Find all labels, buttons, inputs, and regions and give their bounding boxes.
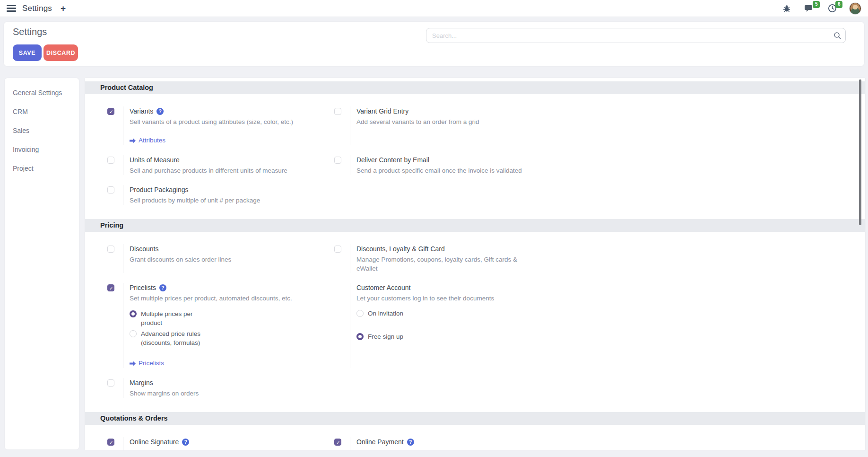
arrow-right-icon (130, 361, 136, 366)
help-icon[interactable]: ? (407, 439, 414, 446)
units-of-measure-desc: Sell and purchase products in different … (130, 166, 287, 175)
setting-product-packagings: Product Packagings Sell products by mult… (107, 185, 334, 205)
setting-margins: Margins Show margins on orders (107, 378, 334, 398)
discounts-desc: Grant discounts on sales order lines (130, 255, 231, 264)
radio-on-invitation[interactable]: On invitation (356, 309, 494, 318)
margins-desc: Show margins on orders (130, 389, 199, 398)
deliver-content-by-email-desc: Send a product-specific email once the i… (356, 166, 522, 175)
messages-badge: 5 (813, 1, 820, 8)
variants-desc: Sell variants of a product using attribu… (130, 117, 293, 126)
section-header-quotations-orders: Quotations & Orders (85, 412, 865, 425)
setting-variants: Variants ? Sell variants of a product us… (107, 106, 334, 145)
product-packagings-label: Product Packagings (130, 185, 189, 195)
setting-variant-grid-entry: Variant Grid Entry Add several variants … (334, 106, 865, 145)
variants-checkbox[interactable] (107, 108, 114, 115)
help-icon[interactable]: ? (182, 439, 189, 446)
user-avatar[interactable] (849, 2, 861, 15)
discard-button[interactable]: DISCARD (43, 44, 78, 61)
setting-discounts-loyalty-gift-card: Discounts, Loyalty & Gift Card Manage Pr… (334, 244, 865, 273)
sidebar-item-sales[interactable]: Sales (5, 121, 79, 140)
radio-multiple-prices-label: Multiple prices per product (141, 309, 205, 327)
units-of-measure-checkbox[interactable] (107, 157, 114, 164)
discounts-checkbox[interactable] (107, 246, 114, 253)
radio-button[interactable] (356, 333, 364, 340)
online-signature-label: Online Signature (130, 437, 179, 447)
setting-units-of-measure: Units of Measure Sell and purchase produ… (107, 155, 334, 175)
vertical-scrollbar[interactable] (859, 79, 861, 225)
radio-free-sign-up-label: Free sign up (368, 332, 403, 341)
sidebar-item-invoicing[interactable]: Invoicing (5, 140, 79, 159)
setting-customer-account: Customer Account Let your customers log … (334, 283, 865, 368)
debug-bug-icon[interactable] (781, 3, 792, 14)
sidebar-item-project[interactable]: Project (5, 159, 79, 178)
radio-multiple-prices[interactable]: Multiple prices per product (130, 309, 292, 327)
activities-button[interactable]: 6 (826, 3, 838, 14)
control-panel: Settings SAVE DISCARD (4, 22, 864, 66)
setting-online-signature: Online Signature ? Request an online sig… (107, 437, 334, 450)
pricelists-link[interactable]: Pricelists (130, 359, 292, 368)
variants-label: Variants (130, 106, 153, 116)
activities-badge: 6 (835, 1, 842, 8)
setting-pricelists: Pricelists ? Set multiple prices per pro… (107, 283, 334, 368)
product-packagings-desc: Sell products by multiple of unit # per … (130, 196, 260, 205)
radio-button[interactable] (130, 330, 137, 337)
product-packagings-checkbox[interactable] (107, 186, 114, 193)
radio-button[interactable] (356, 310, 364, 317)
margins-checkbox[interactable] (107, 379, 114, 387)
search-icon[interactable] (833, 32, 841, 41)
radio-advanced-price-rules-label: Advanced price rules (discounts, formula… (141, 329, 205, 347)
empty-cell (334, 378, 865, 398)
margins-label: Margins (130, 378, 153, 388)
apps-menu-icon[interactable] (7, 5, 16, 12)
messages-button[interactable]: 5 (804, 3, 815, 14)
search-bar (426, 28, 846, 43)
settings-sidebar: General Settings CRM Sales Invoicing Pro… (5, 78, 79, 449)
radio-on-invitation-label: On invitation (368, 309, 403, 318)
discounts-loyalty-label: Discounts, Loyalty & Gift Card (356, 244, 445, 254)
pricelists-link-label: Pricelists (139, 359, 164, 368)
customer-account-desc: Let your customers log in to see their d… (356, 294, 494, 303)
deliver-content-by-email-checkbox[interactable] (334, 157, 341, 164)
pricelists-desc: Set multiple prices per product, automat… (130, 294, 292, 303)
sidebar-item-crm[interactable]: CRM (5, 102, 79, 121)
empty-cell (334, 185, 865, 205)
customer-account-radio-group: On invitation Free sign up (356, 309, 494, 341)
settings-main-panel: Product Catalog Variants ? Sell variants… (85, 78, 865, 450)
page-title: Settings (13, 26, 47, 37)
online-payment-checkbox[interactable] (334, 439, 341, 446)
search-input[interactable] (426, 28, 846, 43)
radio-advanced-price-rules[interactable]: Advanced price rules (discounts, formula… (130, 329, 292, 347)
sidebar-item-general-settings[interactable]: General Settings (5, 83, 79, 102)
navbar-app-title[interactable]: Settings (22, 4, 52, 13)
plus-icon[interactable]: + (61, 4, 66, 13)
variant-grid-entry-checkbox[interactable] (334, 108, 341, 115)
online-signature-desc: Request an online signature to confirm o… (130, 448, 259, 450)
pricelists-radio-group: Multiple prices per product Advanced pri… (130, 309, 292, 347)
help-icon[interactable]: ? (159, 284, 166, 291)
bug-icon (782, 4, 791, 13)
discounts-loyalty-desc: Manage Promotions, coupons, loyalty card… (356, 255, 531, 273)
discounts-label: Discounts (130, 244, 158, 254)
customer-account-label: Customer Account (356, 283, 410, 293)
online-payment-desc: Request an online payment to confirm ord… (356, 448, 484, 450)
attributes-link[interactable]: Attributes (130, 136, 293, 145)
setting-deliver-content-by-email: Deliver Content by Email Send a product-… (334, 155, 865, 175)
save-button[interactable]: SAVE (13, 44, 42, 61)
pricelists-checkbox[interactable] (107, 284, 114, 291)
top-navbar: Settings + 5 6 (0, 0, 868, 17)
radio-free-sign-up[interactable]: Free sign up (356, 332, 494, 341)
arrow-right-icon (130, 138, 136, 143)
deliver-content-by-email-label: Deliver Content by Email (356, 155, 429, 165)
discounts-loyalty-checkbox[interactable] (334, 246, 341, 253)
online-payment-label: Online Payment (356, 437, 404, 447)
pricing-grid: Discounts Grant discounts on sales order… (85, 244, 865, 398)
radio-button[interactable] (130, 310, 137, 317)
attributes-link-label: Attributes (139, 136, 165, 145)
product-catalog-grid: Variants ? Sell variants of a product us… (85, 106, 865, 205)
section-header-pricing: Pricing (85, 219, 865, 232)
variant-grid-entry-label: Variant Grid Entry (356, 106, 408, 116)
section-header-product-catalog: Product Catalog (85, 81, 865, 94)
help-icon[interactable]: ? (156, 108, 164, 115)
online-signature-checkbox[interactable] (107, 439, 114, 446)
pricelists-label: Pricelists (130, 283, 156, 293)
